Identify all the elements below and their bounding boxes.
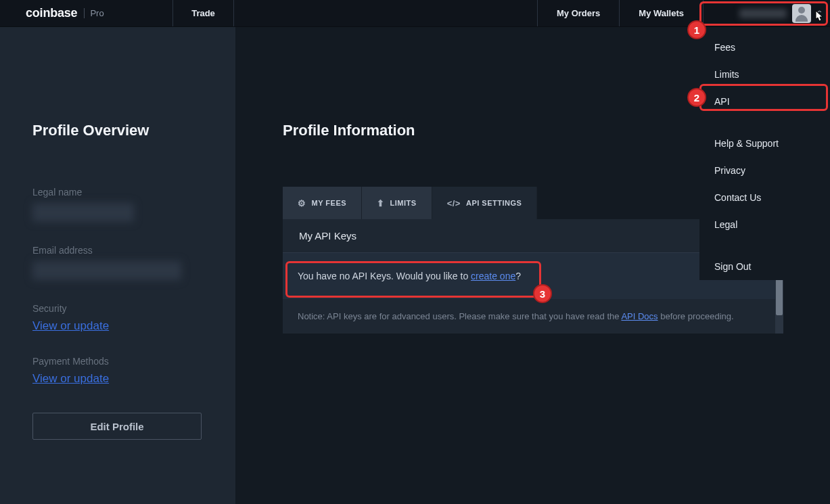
notice-pre: Notice: API keys are for advanced users.… (298, 311, 621, 321)
upload-icon: ⬆ (377, 198, 385, 208)
email-label: Email address (32, 245, 203, 256)
legal-name-redacted (32, 203, 134, 222)
api-notice: Notice: API keys are for advanced users.… (283, 299, 783, 334)
logo-sub: Pro (84, 8, 103, 18)
msg-pre: You have no API Keys. Would you like to (298, 271, 471, 281)
dd-signout[interactable]: Sign Out (699, 253, 830, 280)
security-section: Security View or update (32, 303, 203, 333)
email-section: Email address (32, 245, 203, 280)
tab-limits[interactable]: ⬆ LIMITS (362, 187, 432, 219)
api-docs-link[interactable]: API Docs (621, 311, 658, 321)
user-menu-toggle[interactable]: ⌃ (703, 0, 830, 26)
code-icon: </> (447, 198, 461, 208)
dd-limits[interactable]: Limits (699, 61, 830, 88)
panel-title: My API Keys (299, 230, 356, 242)
top-nav: coinbase Pro Trade My Orders My Wallets … (0, 0, 830, 27)
payment-link[interactable]: View or update (32, 372, 203, 386)
nav-my-wallets[interactable]: My Wallets (619, 0, 703, 26)
nav-trade[interactable]: Trade (173, 0, 234, 26)
tab-label: API SETTINGS (466, 199, 522, 207)
dd-fees[interactable]: Fees (699, 34, 830, 61)
logo-main: coinbase (26, 6, 77, 20)
avatar-icon (792, 4, 811, 23)
dd-contact[interactable]: Contact Us (699, 184, 830, 211)
security-label: Security (32, 303, 203, 314)
dd-api[interactable]: API (699, 88, 830, 115)
payment-label: Payment Methods (32, 356, 203, 367)
security-link[interactable]: View or update (32, 319, 203, 333)
link-icon: ⚙ (298, 198, 306, 208)
msg-post: ? (515, 271, 521, 281)
dd-separator (699, 115, 830, 130)
tab-label: MY FEES (312, 199, 347, 207)
legal-name-label: Legal name (32, 187, 203, 198)
email-redacted (32, 261, 181, 280)
dd-legal[interactable]: Legal (699, 211, 830, 238)
dd-help[interactable]: Help & Support (699, 130, 830, 157)
sidebar: Profile Overview Legal name Email addres… (0, 27, 235, 504)
legal-name-section: Legal name (32, 187, 203, 222)
notice-post: before proceeding. (658, 311, 734, 321)
sidebar-title: Profile Overview (32, 122, 203, 139)
chevron-up-icon: ⌃ (816, 9, 823, 17)
tab-my-fees[interactable]: ⚙ MY FEES (283, 187, 362, 219)
dd-privacy[interactable]: Privacy (699, 157, 830, 184)
tab-api-settings[interactable]: </> API SETTINGS (432, 187, 538, 219)
user-name-redacted (739, 9, 787, 18)
nav-spacer (234, 0, 537, 26)
create-one-link[interactable]: create one (471, 271, 515, 281)
no-api-keys-message: You have no API Keys. Would you like to … (298, 271, 768, 281)
payment-section: Payment Methods View or update (32, 356, 203, 386)
dd-separator (699, 238, 830, 253)
user-dropdown: Fees Limits API Help & Support Privacy C… (699, 27, 830, 280)
edit-profile-button[interactable]: Edit Profile (32, 413, 202, 440)
tab-label: LIMITS (390, 199, 417, 207)
nav-my-orders[interactable]: My Orders (537, 0, 619, 26)
brand-logo[interactable]: coinbase Pro (0, 0, 173, 26)
